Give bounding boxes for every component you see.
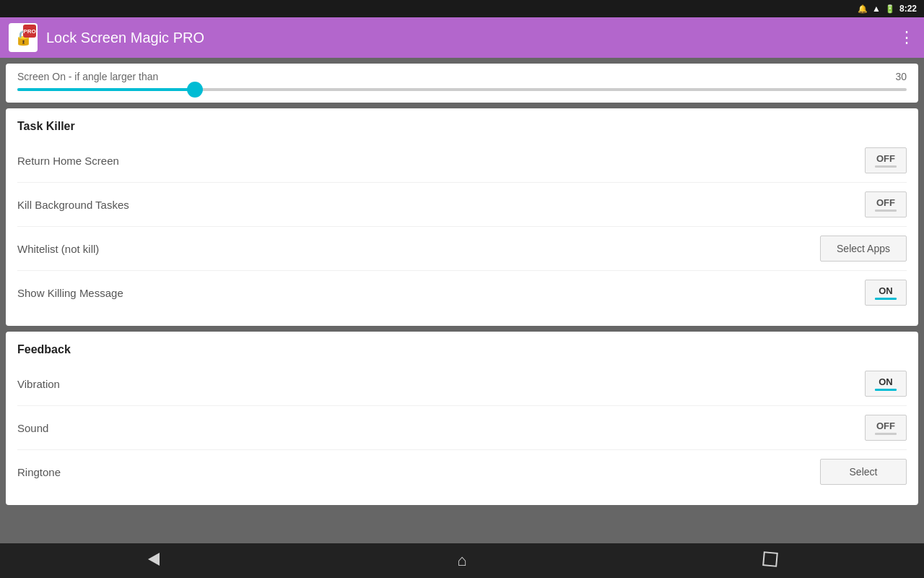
sound-toggle-indicator	[875, 433, 897, 435]
vibration-toggle-indicator	[875, 389, 897, 391]
ringtone-select-button[interactable]: Select	[820, 459, 907, 485]
return-home-screen-row: Return Home Screen OFF	[17, 139, 907, 183]
ringtone-row: Ringtone Select	[17, 450, 907, 493]
sound-label: Sound	[17, 422, 48, 434]
sound-row: Sound OFF	[17, 406, 907, 450]
pro-label: PRO	[23, 28, 35, 35]
kill-background-taskes-toggle[interactable]: OFF	[865, 191, 907, 217]
task-killer-card: Task Killer Return Home Screen OFF Kill …	[6, 108, 918, 326]
vibration-toggle[interactable]: ON	[865, 371, 907, 397]
slider-fill	[17, 88, 195, 91]
home-button[interactable]: ⌂	[440, 543, 484, 578]
show-killing-message-toggle-indicator	[875, 298, 897, 300]
slider-track[interactable]	[17, 88, 907, 91]
notification-icon: 🔔	[858, 4, 868, 14]
whitelist-row: Whitelist (not kill) Select Apps	[17, 227, 907, 271]
kill-background-taskes-row: Kill Background Taskes OFF	[17, 183, 907, 227]
back-button[interactable]	[132, 543, 175, 578]
app-title: Lock Screen Magic PRO	[46, 30, 890, 46]
status-bar: 🔔 ▲ 🔋 8:22	[0, 0, 924, 17]
app-icon: 🔒 PRO	[9, 23, 38, 52]
return-home-screen-toggle-indicator	[875, 165, 897, 168]
nav-bar: ⌂	[0, 543, 924, 578]
feedback-title: Feedback	[17, 343, 907, 356]
kill-background-taskes-toggle-indicator	[875, 210, 897, 212]
show-killing-message-toggle-text: ON	[879, 285, 893, 296]
slider-value: 30	[895, 71, 907, 82]
slider-thumb[interactable]	[187, 82, 203, 98]
whitelist-label: Whitelist (not kill)	[17, 243, 99, 255]
show-killing-message-row: Show Killing Message ON	[17, 271, 907, 314]
show-killing-message-label: Show Killing Message	[17, 287, 123, 299]
return-home-screen-toggle[interactable]: OFF	[865, 147, 907, 173]
return-home-screen-toggle-text: OFF	[876, 153, 895, 164]
back-icon	[148, 553, 160, 569]
pro-badge: PRO	[23, 25, 36, 38]
kill-background-taskes-label: Kill Background Taskes	[17, 199, 129, 211]
slider-label: Screen On - if angle larger than	[17, 71, 158, 82]
recents-button[interactable]	[749, 543, 792, 578]
feedback-card: Feedback Vibration ON Sound OFF Ringtone…	[6, 332, 918, 505]
vibration-row: Vibration ON	[17, 362, 907, 406]
slider-card: Screen On - if angle larger than 30	[6, 64, 918, 103]
sound-toggle-text: OFF	[876, 420, 895, 431]
content-area: Screen On - if angle larger than 30 Task…	[0, 58, 924, 543]
task-killer-title: Task Killer	[17, 120, 907, 133]
sound-toggle[interactable]: OFF	[865, 415, 907, 441]
vibration-label: Vibration	[17, 378, 60, 390]
status-time: 8:22	[899, 4, 917, 14]
show-killing-message-toggle[interactable]: ON	[865, 280, 907, 306]
wifi-icon: ▲	[872, 4, 881, 14]
home-icon: ⌂	[457, 551, 466, 570]
ringtone-label: Ringtone	[17, 466, 61, 478]
app-bar: 🔒 PRO Lock Screen Magic PRO ⋮	[0, 17, 924, 58]
battery-icon: 🔋	[885, 4, 895, 14]
recents-icon	[763, 552, 777, 570]
select-apps-button[interactable]: Select Apps	[820, 236, 907, 262]
overflow-menu-button[interactable]: ⋮	[899, 28, 915, 47]
return-home-screen-label: Return Home Screen	[17, 155, 119, 167]
kill-background-taskes-toggle-text: OFF	[876, 197, 895, 208]
vibration-toggle-text: ON	[879, 376, 893, 387]
